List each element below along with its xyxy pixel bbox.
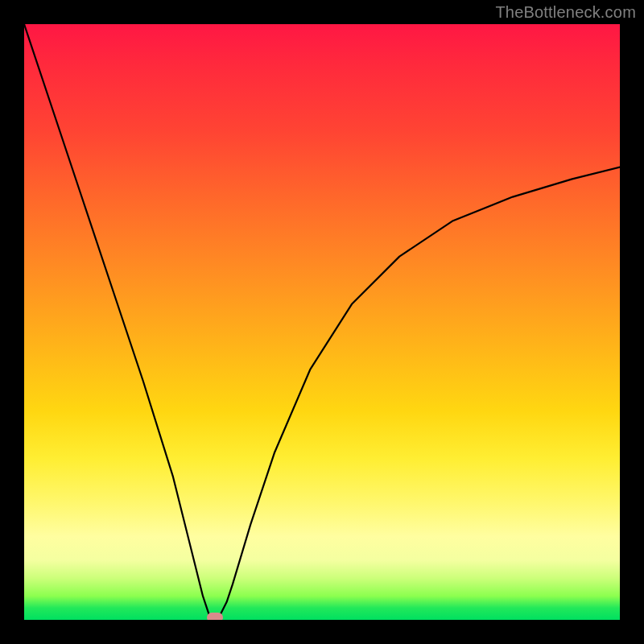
plot-area bbox=[24, 24, 620, 620]
chart-stage: TheBottleneck.com bbox=[0, 0, 644, 644]
bottleneck-curve bbox=[24, 24, 620, 620]
optimal-point-marker bbox=[207, 613, 223, 620]
watermark-text: TheBottleneck.com bbox=[495, 3, 636, 22]
curve-layer bbox=[24, 24, 620, 620]
